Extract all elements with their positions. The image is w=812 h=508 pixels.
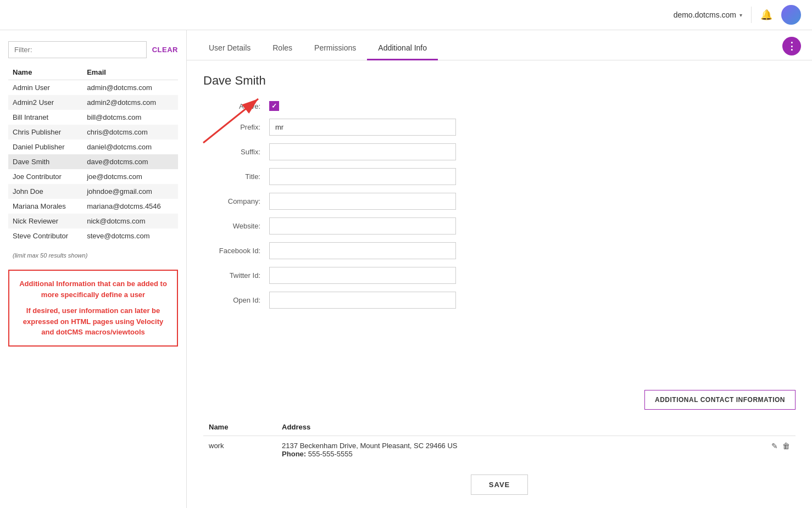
tab-user-details[interactable]: User Details <box>198 35 262 60</box>
openid-label: Open Id: <box>203 296 269 304</box>
user-table: Name Email Admin Useradmin@dotcms.comAdm… <box>8 65 178 243</box>
user-row[interactable]: Steve Contributorsteve@dotcms.com <box>8 228 178 243</box>
openid-input[interactable] <box>269 292 456 309</box>
user-row[interactable]: Nick Reviewernick@dotcms.com <box>8 214 178 228</box>
domain-name: demo.dotcms.com <box>674 10 736 19</box>
callout-box: Additional Information that can be added… <box>8 270 178 347</box>
address-actions: ✎🗑 <box>730 442 790 450</box>
user-email-cell: johndoe@gmail.com <box>82 184 178 199</box>
main-layout: CLEAR Name Email Admin Useradmin@dotcms.… <box>0 30 812 508</box>
prefix-row: Prefix: <box>203 119 796 136</box>
user-email-cell: steve@dotcms.com <box>82 228 178 243</box>
user-name-cell: Chris Publisher <box>8 125 82 139</box>
website-row: Website: <box>203 217 796 235</box>
edit-icon[interactable]: ✎ <box>771 442 778 450</box>
callout-line2: If desired, user information can later b… <box>18 305 168 338</box>
form-title: Dave Smith <box>203 74 796 88</box>
domain-chevron: ▾ <box>739 12 742 18</box>
domain-selector[interactable]: demo.dotcms.com ▾ <box>674 10 742 19</box>
company-row: Company: <box>203 193 796 210</box>
user-name-cell: Admin User <box>8 80 82 96</box>
user-email-cell: chris@dotcms.com <box>82 125 178 139</box>
company-label: Company: <box>203 197 269 205</box>
address-row: work2137 Beckenham Drive, Mount Pleasant… <box>203 436 796 464</box>
user-name-cell: Daniel Publisher <box>8 139 82 154</box>
tabs-actions: ⋮ <box>782 37 801 60</box>
user-name-cell: Nick Reviewer <box>8 214 82 228</box>
website-input[interactable] <box>269 217 456 235</box>
addr-col-address: Address <box>276 418 724 436</box>
col-name: Name <box>8 65 82 80</box>
twitter-input[interactable] <box>269 267 456 284</box>
user-name-cell: Joe Contributor <box>8 169 82 184</box>
bottom-section: ADDITIONAL CONTACT INFORMATION Name Addr… <box>187 390 812 508</box>
user-row[interactable]: Admin2 Useradmin2@dotcms.com <box>8 95 178 110</box>
user-name-cell: Mariana Morales <box>8 199 82 214</box>
user-row[interactable]: Bill Intranetbill@dotcms.com <box>8 110 178 125</box>
address-detail-cell: 2137 Beckenham Drive, Mount Pleasant, SC… <box>276 436 724 464</box>
active-label: Active: <box>203 102 269 110</box>
col-email: Email <box>82 65 178 80</box>
address-name-cell: work <box>203 436 276 464</box>
user-row[interactable]: John Doejohndoe@gmail.com <box>8 184 178 199</box>
suffix-input[interactable] <box>269 143 456 160</box>
user-email-cell: dave@dotcms.com <box>82 154 178 169</box>
user-row[interactable]: Joe Contributorjoe@dotcms.com <box>8 169 178 184</box>
user-row[interactable]: Dave Smithdave@dotcms.com <box>8 154 178 169</box>
filter-row: CLEAR <box>8 41 178 58</box>
user-name-cell: Dave Smith <box>8 154 82 169</box>
tabs-row: User Details Roles Permissions Additiona… <box>187 30 812 60</box>
user-email-cell: daniel@dotcms.com <box>82 139 178 154</box>
active-checkbox[interactable] <box>269 101 279 111</box>
user-email-cell: bill@dotcms.com <box>82 110 178 125</box>
company-input[interactable] <box>269 193 456 210</box>
website-label: Website: <box>203 222 269 230</box>
user-name-cell: Steve Contributor <box>8 228 82 243</box>
title-label: Title: <box>203 172 269 181</box>
additional-contact-btn-row: ADDITIONAL CONTACT INFORMATION <box>203 390 796 410</box>
more-button[interactable]: ⋮ <box>782 37 801 55</box>
title-row: Title: <box>203 168 796 185</box>
prefix-input[interactable] <box>269 119 456 136</box>
addr-col-actions <box>724 418 796 436</box>
form-area: Dave Smith Active: Prefix: Suffix: Title <box>187 60 812 390</box>
right-panel: User Details Roles Permissions Additiona… <box>187 30 812 508</box>
tab-roles[interactable]: Roles <box>262 35 303 60</box>
user-name-cell: Admin2 User <box>8 95 82 110</box>
bell-icon[interactable]: 🔔 <box>760 9 772 21</box>
suffix-row: Suffix: <box>203 143 796 160</box>
user-row[interactable]: Daniel Publisherdaniel@dotcms.com <box>8 139 178 154</box>
address-table: Name Address work2137 Beckenham Drive, M… <box>203 418 796 464</box>
facebook-input[interactable] <box>269 242 456 259</box>
suffix-label: Suffix: <box>203 148 269 156</box>
facebook-label: Facebook Id: <box>203 247 269 255</box>
additional-contact-button[interactable]: ADDITIONAL CONTACT INFORMATION <box>644 390 796 410</box>
prefix-label: Prefix: <box>203 123 269 131</box>
openid-row: Open Id: <box>203 292 796 309</box>
addr-col-name: Name <box>203 418 276 436</box>
clear-button[interactable]: CLEAR <box>152 46 178 54</box>
save-button[interactable]: SAVE <box>471 474 528 495</box>
user-email-cell: mariana@dotcms.4546 <box>82 199 178 214</box>
active-checkbox-wrapper <box>269 101 279 111</box>
user-email-cell: admin2@dotcms.com <box>82 95 178 110</box>
tab-additional-info[interactable]: Additional Info <box>367 35 438 60</box>
tab-permissions[interactable]: Permissions <box>303 35 367 60</box>
user-email-cell: admin@dotcms.com <box>82 80 178 96</box>
twitter-label: Twitter Id: <box>203 271 269 280</box>
user-email-cell: nick@dotcms.com <box>82 214 178 228</box>
user-name-cell: John Doe <box>8 184 82 199</box>
user-row[interactable]: Mariana Moralesmariana@dotcms.4546 <box>8 199 178 214</box>
avatar[interactable] <box>781 5 801 25</box>
facebook-row: Facebook Id: <box>203 242 796 259</box>
left-panel: CLEAR Name Email Admin Useradmin@dotcms.… <box>0 30 187 508</box>
limit-note: (limit max 50 results shown) <box>8 250 178 261</box>
title-input[interactable] <box>269 168 456 185</box>
topbar-separator <box>751 7 752 23</box>
twitter-row: Twitter Id: <box>203 267 796 284</box>
filter-input[interactable] <box>8 41 147 58</box>
user-row[interactable]: Admin Useradmin@dotcms.com <box>8 80 178 96</box>
user-row[interactable]: Chris Publisherchris@dotcms.com <box>8 125 178 139</box>
delete-icon[interactable]: 🗑 <box>782 442 790 450</box>
callout-line1: Additional Information that can be added… <box>18 278 168 300</box>
